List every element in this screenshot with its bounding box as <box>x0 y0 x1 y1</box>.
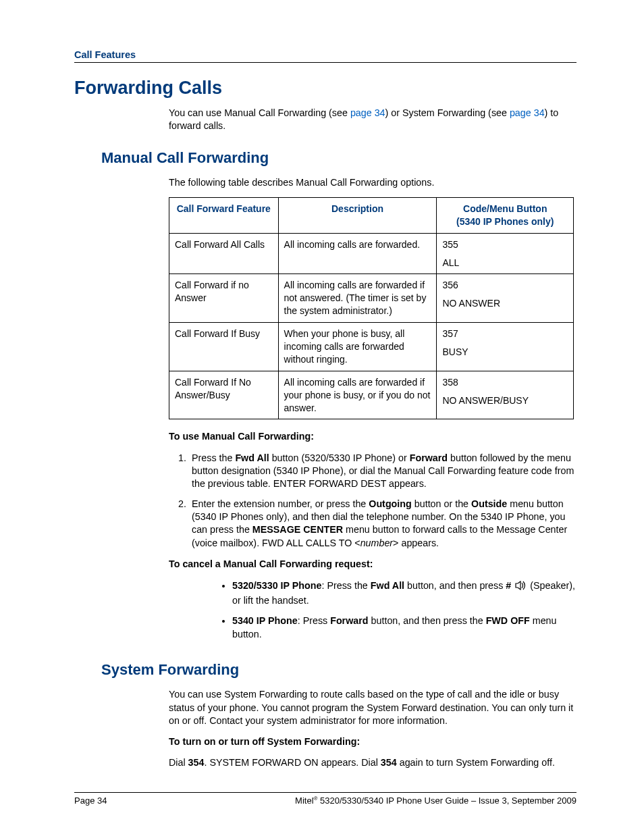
intro-paragraph: You can use Manual Call Forwarding (see … <box>169 107 576 133</box>
heading-manual-call-forwarding: Manual Call Forwarding <box>101 149 576 167</box>
manual-section: The following table describes Manual Cal… <box>169 176 576 642</box>
link-page-34-b[interactable]: page 34 <box>510 107 545 118</box>
manual-lead: The following table describes Manual Cal… <box>169 176 576 189</box>
document-page: Call Features Forwarding Calls You can u… <box>0 0 644 834</box>
col-code-line2: (5340 IP Phones only) <box>456 216 554 227</box>
cell-desc: All incoming calls are forwarded. <box>278 233 437 274</box>
table-row: Call Forward All Calls All incoming call… <box>169 233 574 274</box>
page-header-rule: Call Features <box>74 49 576 63</box>
cell-desc: All incoming calls are forwarded if not … <box>278 274 437 323</box>
cell-code: 357BUSY <box>437 323 574 371</box>
call-forward-table: Call Forward Feature Description Code/Me… <box>169 197 574 420</box>
system-section: You can use System Forwarding to route c… <box>169 688 576 769</box>
table-row: Call Forward If Busy When your phone is … <box>169 323 574 371</box>
use-manual-heading: To use Manual Call Forwarding: <box>169 430 576 443</box>
col-description: Description <box>278 197 437 233</box>
cell-code: 356NO ANSWER <box>437 274 574 323</box>
step-2: Enter the extension number, or press the… <box>189 498 576 550</box>
heading-system-forwarding: System Forwarding <box>101 661 576 679</box>
cancel-heading: To cancel a Manual Call Forwarding reque… <box>169 558 576 571</box>
cell-feature: Call Forward If Busy <box>169 323 279 371</box>
cell-desc: All incoming calls are forwarded if your… <box>278 371 437 419</box>
cell-desc: When your phone is busy, all incoming ca… <box>278 323 437 371</box>
cancel-item-5320: 5320/5330 IP Phone: Press the Fwd All bu… <box>232 579 576 607</box>
speaker-icon <box>515 580 526 594</box>
cell-code: 358NO ANSWER/BUSY <box>437 371 574 419</box>
col-code-line1: Code/Menu Button <box>463 203 547 214</box>
system-turn-heading: To turn on or turn off System Forwarding… <box>169 735 576 748</box>
cancel-item-5340: 5340 IP Phone: Press Forward button, and… <box>232 614 576 641</box>
footer-page-number: Page 34 <box>74 796 107 806</box>
footer-doc-title: Mitel® 5320/5330/5340 IP Phone User Guid… <box>295 796 576 806</box>
text: You can use Manual Call Forwarding (see <box>169 107 350 118</box>
heading-forwarding-calls: Forwarding Calls <box>74 78 576 99</box>
table-header-row: Call Forward Feature Description Code/Me… <box>169 197 574 233</box>
col-code: Code/Menu Button (5340 IP Phones only) <box>437 197 574 233</box>
link-page-34-a[interactable]: page 34 <box>350 107 385 118</box>
system-para: You can use System Forwarding to route c… <box>169 688 576 727</box>
step-1: Press the Fwd All button (5320/5330 IP P… <box>189 452 576 491</box>
manual-steps: Press the Fwd All button (5320/5330 IP P… <box>169 452 576 550</box>
cancel-list: 5320/5330 IP Phone: Press the Fwd All bu… <box>169 579 576 641</box>
text: ) or System Forwarding (see <box>385 107 510 118</box>
page-footer: Page 34 Mitel® 5320/5330/5340 IP Phone U… <box>74 792 576 806</box>
table-row: Call Forward if no Answer All incoming c… <box>169 274 574 323</box>
system-dial-line: Dial 354. SYSTEM FORWARD ON appears. Dia… <box>169 756 576 769</box>
cell-feature: Call Forward If No Answer/Busy <box>169 371 279 419</box>
cell-feature: Call Forward All Calls <box>169 233 279 274</box>
cell-feature: Call Forward if no Answer <box>169 274 279 323</box>
cell-code: 355ALL <box>437 233 574 274</box>
col-feature: Call Forward Feature <box>169 197 279 233</box>
header-section-label: Call Features <box>74 49 136 60</box>
table-row: Call Forward If No Answer/Busy All incom… <box>169 371 574 419</box>
